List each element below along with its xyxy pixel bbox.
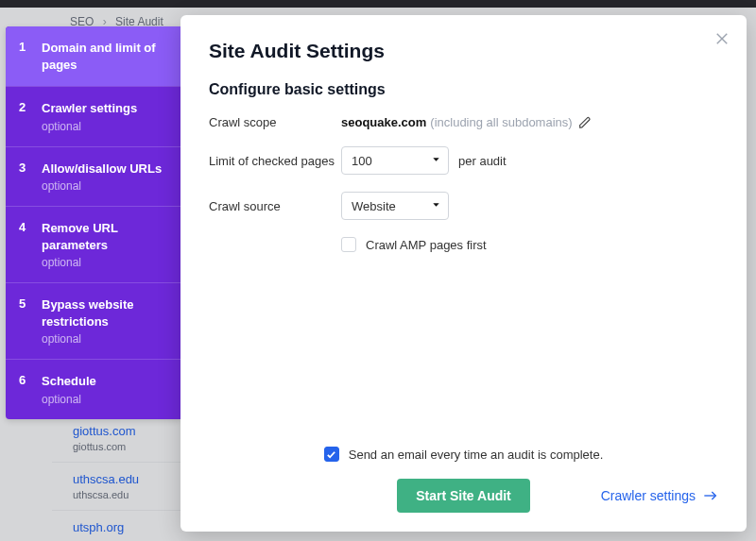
site-audit-settings-modal: Site Audit Settings Configure basic sett…	[180, 15, 747, 532]
step-domain-limit[interactable]: 1 Domain and limit of pages	[6, 26, 181, 86]
step-title: Schedule	[42, 373, 168, 390]
modal-subtitle: Configure basic settings	[209, 81, 718, 98]
limit-pages-value: 100	[352, 154, 372, 168]
step-bypass-restrictions[interactable]: 5 Bypass website restrictions optional	[6, 282, 181, 359]
step-title: Crawler settings	[42, 100, 168, 117]
crawl-amp-checkbox[interactable]	[341, 237, 356, 252]
step-number: 2	[19, 100, 30, 133]
step-number: 1	[19, 40, 30, 73]
close-icon	[713, 30, 730, 47]
step-number: 3	[19, 161, 30, 194]
pencil-icon	[578, 116, 592, 129]
modal-footer: Send an email every time an audit is com…	[209, 447, 718, 513]
step-optional: optional	[42, 332, 168, 346]
step-number: 4	[19, 220, 30, 269]
step-remove-url-params[interactable]: 4 Remove URL parameters optional	[6, 206, 181, 282]
wizard-stepper: 1 Domain and limit of pages 2 Crawler se…	[6, 26, 181, 419]
step-number: 5	[19, 296, 30, 346]
crawl-scope-value: seoquake.com	[341, 115, 426, 129]
chevron-down-icon	[431, 199, 441, 213]
limit-pages-select[interactable]: 100	[341, 146, 449, 175]
arrow-right-icon	[703, 490, 718, 501]
limit-pages-label: Limit of checked pages	[209, 154, 341, 168]
crawl-scope-label: Crawl scope	[209, 115, 341, 129]
step-optional: optional	[42, 120, 168, 133]
step-title: Domain and limit of pages	[42, 40, 168, 73]
checkmark-icon	[326, 449, 336, 460]
crawl-source-select[interactable]: Website	[341, 192, 449, 220]
crawl-scope-note: (including all subdomains)	[430, 115, 572, 129]
limit-pages-suffix: per audit	[458, 154, 507, 168]
step-crawler-settings[interactable]: 2 Crawler settings optional	[6, 86, 181, 146]
crawler-settings-link[interactable]: Crawler settings	[601, 488, 718, 503]
crawl-amp-label: Crawl AMP pages first	[366, 238, 487, 252]
crawl-scope-row: Crawl scope seoquake.com (including all …	[209, 115, 718, 129]
crawl-source-label: Crawl source	[209, 199, 341, 213]
modal-title: Site Audit Settings	[209, 40, 718, 62]
close-button[interactable]	[709, 25, 735, 52]
step-allow-disallow[interactable]: 3 Allow/disallow URLs optional	[6, 146, 181, 207]
crawler-settings-link-label: Crawler settings	[601, 488, 696, 503]
step-optional: optional	[42, 179, 168, 193]
crawl-amp-row: Crawl AMP pages first	[341, 237, 718, 252]
step-title: Allow/disallow URLs	[42, 161, 168, 178]
step-optional: optional	[42, 256, 168, 269]
crawl-source-value: Website	[352, 199, 396, 213]
start-site-audit-button[interactable]: Start Site Audit	[397, 479, 530, 513]
modal-actions: Start Site Audit Crawler settings	[209, 479, 718, 513]
crawl-source-row: Crawl source Website	[209, 192, 718, 220]
limit-pages-row: Limit of checked pages 100 per audit	[209, 146, 718, 175]
chevron-down-icon	[431, 154, 441, 168]
email-notify-checkbox[interactable]	[324, 447, 339, 462]
email-notify-row: Send an email every time an audit is com…	[209, 447, 718, 462]
step-schedule[interactable]: 6 Schedule optional	[6, 359, 181, 419]
step-title: Remove URL parameters	[42, 220, 168, 253]
email-notify-label: Send an email every time an audit is com…	[349, 448, 604, 462]
step-number: 6	[19, 373, 30, 406]
step-title: Bypass website restrictions	[42, 296, 168, 330]
settings-form: Crawl scope seoquake.com (including all …	[209, 115, 718, 252]
step-optional: optional	[42, 393, 168, 406]
edit-scope-button[interactable]	[578, 116, 592, 129]
